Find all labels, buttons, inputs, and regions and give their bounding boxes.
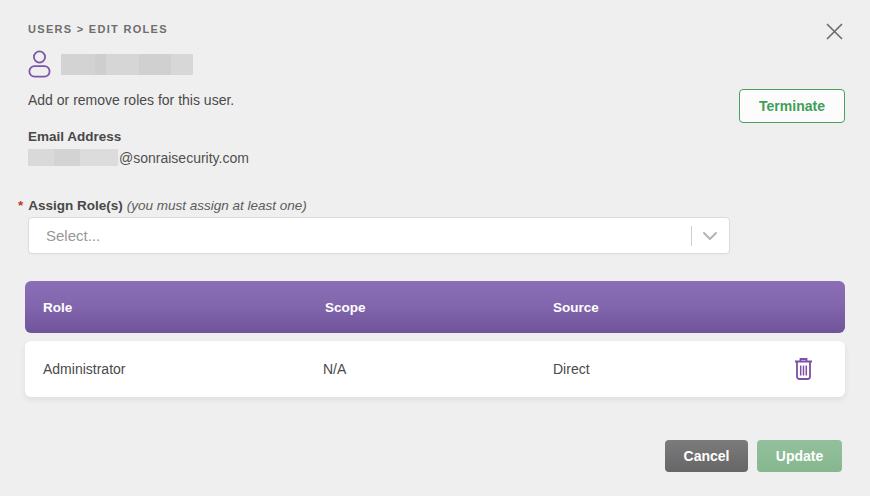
redacted-email-local-part <box>28 149 118 166</box>
email-domain: @sonraisecurity.com <box>119 150 249 166</box>
roles-table-row: Administrator N/A Direct <box>25 341 845 397</box>
assign-roles-note: (you must assign at least one) <box>127 198 307 213</box>
email-line: @sonraisecurity.com <box>28 149 249 166</box>
cell-role: Administrator <box>43 361 125 377</box>
close-icon[interactable] <box>823 22 845 44</box>
modal-description: Add or remove roles for this user. <box>28 92 234 108</box>
cell-scope: N/A <box>323 361 346 377</box>
roles-table-header: Role Scope Source <box>25 281 845 333</box>
role-select[interactable]: Select... <box>28 217 730 254</box>
breadcrumb: USERS > EDIT ROLES <box>28 23 168 35</box>
cancel-button[interactable]: Cancel <box>665 440 748 472</box>
cell-source: Direct <box>553 361 590 377</box>
required-asterisk: * <box>18 198 23 213</box>
assign-roles-label: Assign Role(s) <box>28 198 123 213</box>
edit-roles-modal: USERS > EDIT ROLES Add or remove roles f… <box>0 0 870 496</box>
redacted-user-name <box>61 54 193 75</box>
email-address-label: Email Address <box>28 129 121 144</box>
user-header <box>28 50 193 78</box>
column-header-scope: Scope <box>325 300 366 315</box>
user-icon <box>28 50 51 78</box>
role-select-placeholder: Select... <box>46 227 691 244</box>
column-header-role: Role <box>43 300 72 315</box>
assign-roles-label-row: *Assign Role(s)(you must assign at least… <box>18 198 307 213</box>
trash-icon[interactable] <box>790 354 817 385</box>
update-button[interactable]: Update <box>757 440 842 472</box>
column-header-source: Source <box>553 300 599 315</box>
close-x-glyph <box>825 22 844 41</box>
chevron-down-icon <box>702 231 718 241</box>
terminate-button[interactable]: Terminate <box>739 89 845 123</box>
select-divider <box>691 226 692 246</box>
